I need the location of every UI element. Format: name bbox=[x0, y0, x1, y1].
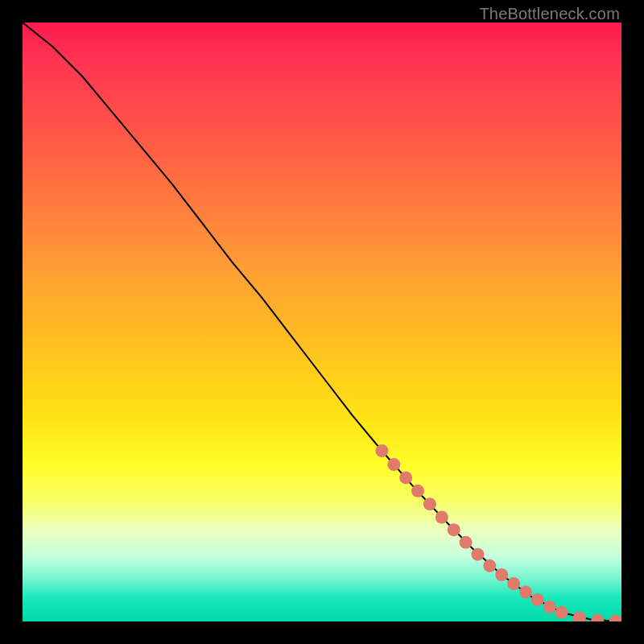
line-series bbox=[23, 23, 621, 621]
data-point bbox=[460, 536, 473, 549]
data-point bbox=[495, 568, 508, 581]
data-point bbox=[543, 601, 556, 613]
data-point bbox=[507, 577, 520, 590]
data-point bbox=[531, 593, 544, 606]
data-point bbox=[519, 586, 532, 599]
chart-svg bbox=[23, 23, 621, 621]
plot-area bbox=[23, 23, 621, 621]
data-point bbox=[436, 511, 448, 524]
data-point bbox=[555, 606, 568, 619]
data-point bbox=[423, 497, 436, 510]
point-series bbox=[375, 444, 621, 621]
data-point bbox=[411, 485, 424, 497]
data-point bbox=[448, 523, 460, 536]
data-point bbox=[399, 471, 412, 484]
watermark-text: TheBottleneck.com bbox=[479, 5, 620, 23]
chart-frame: TheBottleneck.com bbox=[0, 0, 644, 644]
data-point bbox=[387, 458, 400, 471]
data-point bbox=[483, 559, 496, 572]
data-point bbox=[591, 614, 604, 622]
data-point bbox=[609, 615, 621, 621]
data-point bbox=[375, 444, 388, 457]
data-point bbox=[573, 612, 586, 622]
data-point bbox=[471, 548, 484, 561]
